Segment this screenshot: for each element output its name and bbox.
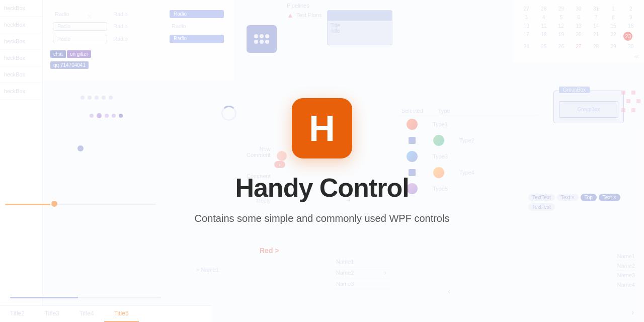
app-title: Handy Control — [235, 173, 409, 203]
logo-icon: H — [292, 98, 352, 158]
app-subtitle: Contains some simple and commonly used W… — [195, 213, 450, 224]
logo-letter: H — [309, 110, 335, 146]
hero-overlay: H Handy Control Contains some simple and… — [0, 0, 644, 322]
